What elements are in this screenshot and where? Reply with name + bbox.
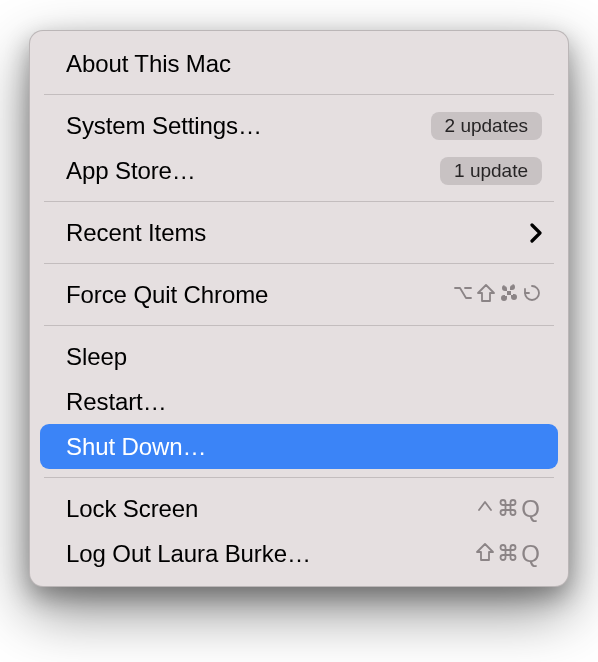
menu-item-label: Recent Items bbox=[66, 219, 206, 247]
menu-item-restart[interactable]: Restart… bbox=[30, 379, 568, 424]
shortcut-key-letter: Q bbox=[521, 540, 542, 568]
menu-separator bbox=[44, 201, 554, 202]
menu-item-about-this-mac[interactable]: About This Mac bbox=[30, 41, 568, 86]
menu-item-label: App Store… bbox=[66, 157, 196, 185]
menu-item-system-settings[interactable]: System Settings… 2 updates bbox=[30, 103, 568, 148]
update-badge: 2 updates bbox=[431, 112, 542, 140]
menu-item-recent-items[interactable]: Recent Items bbox=[30, 210, 568, 255]
option-key-icon bbox=[453, 281, 473, 309]
menu-item-sleep[interactable]: Sleep bbox=[30, 334, 568, 379]
update-badge: 1 update bbox=[440, 157, 542, 185]
menu-separator bbox=[44, 477, 554, 478]
control-key-icon bbox=[475, 495, 495, 523]
keyboard-shortcut bbox=[453, 281, 542, 309]
shift-key-icon bbox=[476, 281, 496, 309]
menu-item-label: Restart… bbox=[66, 388, 167, 416]
command-key-icon bbox=[499, 281, 519, 309]
command-key-icon bbox=[498, 540, 518, 568]
keyboard-shortcut: Q bbox=[475, 540, 542, 568]
menu-item-label: System Settings… bbox=[66, 112, 262, 140]
command-key-icon bbox=[498, 495, 518, 523]
keyboard-shortcut: Q bbox=[475, 495, 542, 523]
chevron-right-icon bbox=[530, 223, 542, 243]
apple-menu: About This Mac System Settings… 2 update… bbox=[29, 30, 569, 587]
escape-key-icon bbox=[522, 281, 542, 309]
shortcut-key-letter: Q bbox=[521, 495, 542, 523]
menu-item-force-quit[interactable]: Force Quit Chrome bbox=[30, 272, 568, 317]
menu-item-label: Lock Screen bbox=[66, 495, 198, 523]
menu-item-label: Sleep bbox=[66, 343, 127, 371]
menu-separator bbox=[44, 325, 554, 326]
menu-separator bbox=[44, 94, 554, 95]
menu-item-label: Force Quit Chrome bbox=[66, 281, 268, 309]
menu-item-label: Log Out Laura Burke… bbox=[66, 540, 311, 568]
menu-item-app-store[interactable]: App Store… 1 update bbox=[30, 148, 568, 193]
shift-key-icon bbox=[475, 540, 495, 568]
menu-item-label: Shut Down… bbox=[66, 433, 206, 461]
menu-item-shut-down[interactable]: Shut Down… bbox=[40, 424, 558, 469]
menu-item-log-out[interactable]: Log Out Laura Burke… Q bbox=[30, 531, 568, 576]
menu-item-lock-screen[interactable]: Lock Screen Q bbox=[30, 486, 568, 531]
menu-item-label: About This Mac bbox=[66, 50, 231, 78]
menu-separator bbox=[44, 263, 554, 264]
